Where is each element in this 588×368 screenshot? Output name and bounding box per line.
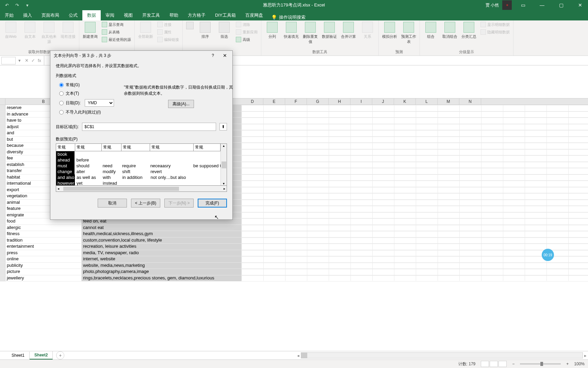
cell-b[interactable]: online	[5, 256, 82, 262]
show-detail-button[interactable]: 显示明细数据	[479, 21, 511, 28]
radio-date-input[interactable]	[59, 101, 64, 105]
zoom-level[interactable]: 100%	[574, 362, 585, 366]
reapply-button[interactable]: 重新应用	[234, 29, 259, 35]
filter-button[interactable]: 筛选	[215, 21, 233, 40]
fx-icon[interactable]: fx	[38, 58, 41, 63]
maximize-icon[interactable]: ▢	[553, 0, 569, 10]
preview-vscroll[interactable]: ▴▾	[220, 144, 227, 185]
hscroll-left-icon[interactable]: ◂	[296, 353, 301, 358]
from-web-button[interactable]: 自Web	[2, 21, 20, 40]
tab-ffgz[interactable]: 方方格子	[183, 10, 210, 20]
sheet-tab-2[interactable]: Sheet2	[30, 351, 53, 359]
name-box-dropdown-icon[interactable]: ▾	[17, 58, 22, 63]
connections-button[interactable]: 连接	[156, 21, 180, 28]
consolidate-button[interactable]: 合并计算	[340, 21, 357, 40]
radio-text-input[interactable]	[59, 91, 64, 96]
sort-az-button[interactable]	[185, 21, 195, 31]
edit-links-button[interactable]: 编辑链接	[156, 36, 180, 43]
tab-data[interactable]: 数据	[82, 10, 101, 20]
col-header-i[interactable]: I	[350, 98, 372, 105]
hide-detail-button[interactable]: 隐藏明细数据	[479, 29, 511, 35]
subtotal-button[interactable]: 分类汇总	[460, 21, 478, 40]
cancel-button[interactable]: 取消	[98, 199, 127, 208]
show-query-button[interactable]: 显示查询	[100, 21, 132, 28]
table-row[interactable]: fitnesshealth,medical,sickness,illness,g…	[0, 231, 588, 237]
redo-icon[interactable]: ↷	[14, 2, 20, 9]
advanced-filter-button[interactable]: 高级	[234, 36, 259, 43]
tab-insert[interactable]: 插入	[18, 10, 37, 20]
radio-date[interactable]: 日期(D):YMD	[56, 98, 227, 108]
view-layout-button[interactable]	[490, 361, 498, 367]
confirm-edit-icon[interactable]: ✓	[31, 58, 35, 63]
finish-button[interactable]: 完成(F)	[198, 199, 227, 208]
cell-b[interactable]: entertainment	[5, 244, 82, 250]
preview-hscroll[interactable]: ◂▸	[56, 186, 227, 192]
cell-c[interactable]: website, media,news,marketing	[82, 263, 242, 269]
cell-c[interactable]: cannot eat	[82, 225, 242, 231]
sort-button[interactable]: 排序	[196, 21, 214, 40]
pv-head-4[interactable]: 常规	[150, 144, 194, 151]
cell-c[interactable]: internet, website	[82, 256, 242, 262]
hscroll-right-icon[interactable]: ▸	[583, 353, 588, 358]
table-row[interactable]: onlineinternet, website	[0, 256, 588, 263]
tab-dev[interactable]: 开发工具	[137, 10, 165, 20]
view-normal-button[interactable]	[481, 361, 489, 367]
table-row[interactable]: entertainmentrecreation, leisure activit…	[0, 244, 588, 250]
cell-b[interactable]: allergic	[5, 225, 82, 231]
scroll-right-icon[interactable]: ▸	[224, 187, 225, 190]
table-row[interactable]: publicitywebsite, media,news,marketing	[0, 263, 588, 269]
name-box[interactable]	[1, 57, 16, 64]
undo-icon[interactable]: ↶	[3, 2, 10, 9]
flash-fill-button[interactable]: 快速填充	[282, 21, 300, 40]
tab-formula[interactable]: 公式	[64, 10, 82, 20]
table-row[interactable]: allergiccannot eat	[0, 225, 588, 231]
dialog-help-icon[interactable]: ?	[212, 53, 214, 58]
tell-me[interactable]: 💡操作说明搜索	[268, 14, 309, 20]
from-text-button[interactable]: 自文本	[21, 21, 39, 40]
data-validation-button[interactable]: 数据验证	[321, 21, 338, 40]
forecast-button[interactable]: 预测工作表	[400, 21, 418, 45]
cell-c[interactable]: media, TV, newspaper, radio	[82, 250, 242, 256]
close-icon[interactable]: ✕	[572, 0, 588, 10]
table-row[interactable]: traditioncustom,convention,local culture…	[0, 237, 588, 244]
tab-view[interactable]: 视图	[119, 10, 137, 20]
col-header-j[interactable]: J	[372, 98, 394, 105]
col-header-g[interactable]: G	[307, 98, 329, 105]
scroll-up-icon[interactable]: ▴	[223, 144, 225, 148]
col-header-h[interactable]: H	[329, 98, 350, 105]
pv-head-5[interactable]: 常规	[194, 144, 220, 151]
cell-b[interactable]: publicity	[5, 263, 82, 269]
col-header-e[interactable]: E	[263, 98, 285, 105]
tab-review[interactable]: 审阅	[101, 10, 119, 20]
whatif-button[interactable]: 模拟分析	[381, 21, 398, 40]
col-header-m[interactable]: M	[438, 98, 459, 105]
pv-head-2[interactable]: 常规	[102, 144, 121, 151]
relationships-button[interactable]: 关系	[359, 21, 376, 40]
new-query-button[interactable]: 新建查询	[81, 21, 99, 40]
col-header-l[interactable]: L	[416, 98, 438, 105]
clear-filter-button[interactable]: 清除	[234, 21, 259, 28]
cell-b[interactable]: tradition	[5, 237, 82, 244]
ref-picker-icon[interactable]: ⬆	[219, 123, 227, 131]
from-other-button[interactable]: 自其他来源	[40, 21, 58, 45]
zoom-in-icon[interactable]: +	[566, 362, 569, 366]
cell-b[interactable]: fitness	[5, 231, 82, 237]
table-row[interactable]: pressmedia, TV, newspaper, radio	[0, 250, 588, 257]
minimize-icon[interactable]: —	[534, 0, 550, 10]
radio-skip-input[interactable]	[59, 110, 64, 114]
sheet-tab-1[interactable]: Sheet1	[7, 352, 30, 359]
zoom-slider[interactable]	[520, 363, 561, 365]
user-name[interactable]: 贾 小然	[486, 2, 499, 8]
tab-home[interactable]: 开始	[0, 10, 18, 20]
target-input[interactable]	[82, 123, 216, 131]
zoom-out-icon[interactable]: −	[512, 362, 514, 366]
dialog-close-icon[interactable]: ✕	[221, 53, 229, 58]
qat-dropdown-icon[interactable]: ▾	[24, 2, 31, 9]
tab-baidu[interactable]: 百度网盘	[241, 10, 268, 20]
tab-layout[interactable]: 页面布局	[37, 10, 64, 20]
refresh-all-button[interactable]: 全部刷新	[137, 21, 154, 40]
col-header-n[interactable]: N	[459, 98, 481, 105]
text-to-columns-button[interactable]: 分列	[263, 21, 281, 40]
ungroup-button[interactable]: 取消组合	[441, 21, 459, 40]
cell-c[interactable]: photo,photography,camera,image	[82, 269, 242, 275]
